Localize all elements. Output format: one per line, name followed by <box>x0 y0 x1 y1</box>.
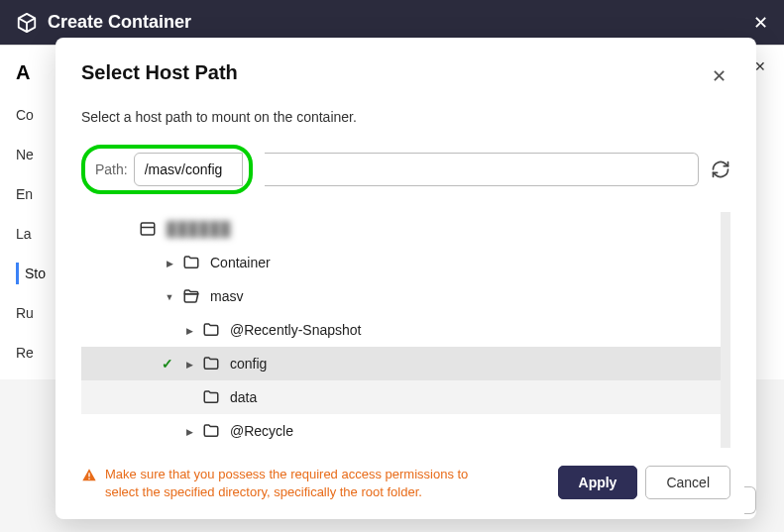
chevron-down-icon[interactable] <box>163 291 176 302</box>
folder-open-icon <box>182 287 200 305</box>
folder-icon <box>202 388 220 406</box>
chevron-right-icon[interactable] <box>182 359 196 370</box>
tree-item--recycle[interactable]: @Recycle <box>81 414 721 448</box>
tree-item-container[interactable]: Container <box>81 246 721 279</box>
tree-item-label: masv <box>210 288 243 304</box>
path-label: Path: <box>95 161 128 177</box>
svg-rect-2 <box>88 479 89 479</box>
path-input-extension[interactable] <box>265 153 699 186</box>
tree-item--recently-snapshot[interactable]: @Recently-Snapshot <box>81 313 721 347</box>
tree-root[interactable]: ██████ <box>81 212 721 246</box>
warning-message: Make sure that you possess the required … <box>81 466 498 501</box>
select-host-path-modal: Select Host Path ✕ Select a host path to… <box>56 38 756 519</box>
tree-item-label: config <box>230 356 267 372</box>
background-edge <box>744 486 756 514</box>
chevron-right-icon[interactable] <box>182 325 196 336</box>
volume-icon <box>139 220 157 238</box>
create-container-title: Create Container <box>48 12 191 33</box>
tree-item-label: data <box>230 389 257 405</box>
folder-icon <box>202 355 220 372</box>
svg-rect-0 <box>141 223 155 235</box>
folder-icon <box>182 254 200 271</box>
folder-tree: ██████ Containermasv@Recently-Snapshot✓c… <box>81 212 730 448</box>
chevron-right-icon[interactable] <box>163 258 176 268</box>
svg-rect-1 <box>88 473 89 477</box>
tree-item-label: @Recently-Snapshot <box>230 322 362 338</box>
path-input[interactable] <box>134 153 243 186</box>
modal-subtitle: Select a host path to mount on the conta… <box>81 109 730 125</box>
folder-icon <box>202 321 220 339</box>
close-icon[interactable]: ✕ <box>753 12 768 34</box>
path-row: Path: <box>81 145 730 194</box>
refresh-icon[interactable] <box>711 160 730 179</box>
tree-item-masv[interactable]: masv <box>81 279 721 313</box>
tree-item-label: @Recycle <box>230 423 293 439</box>
path-highlight: Path: <box>81 145 253 194</box>
tree-item-config[interactable]: ✓config <box>81 347 721 380</box>
folder-icon <box>202 422 220 440</box>
cube-icon <box>16 12 38 34</box>
tree-item-data[interactable]: data <box>81 380 721 414</box>
tree-item-label: Container <box>210 255 271 270</box>
cancel-button[interactable]: Cancel <box>645 466 730 499</box>
chevron-right-icon[interactable] <box>182 426 196 437</box>
apply-button[interactable]: Apply <box>558 466 638 499</box>
check-icon: ✓ <box>159 356 176 372</box>
tree-root-label: ██████ <box>167 221 232 237</box>
warning-icon <box>81 468 97 488</box>
modal-title: Select Host Path <box>81 61 238 84</box>
modal-footer: Make sure that you possess the required … <box>81 466 730 501</box>
warning-text: Make sure that you possess the required … <box>105 466 498 501</box>
close-icon[interactable]: ✕ <box>708 61 730 91</box>
